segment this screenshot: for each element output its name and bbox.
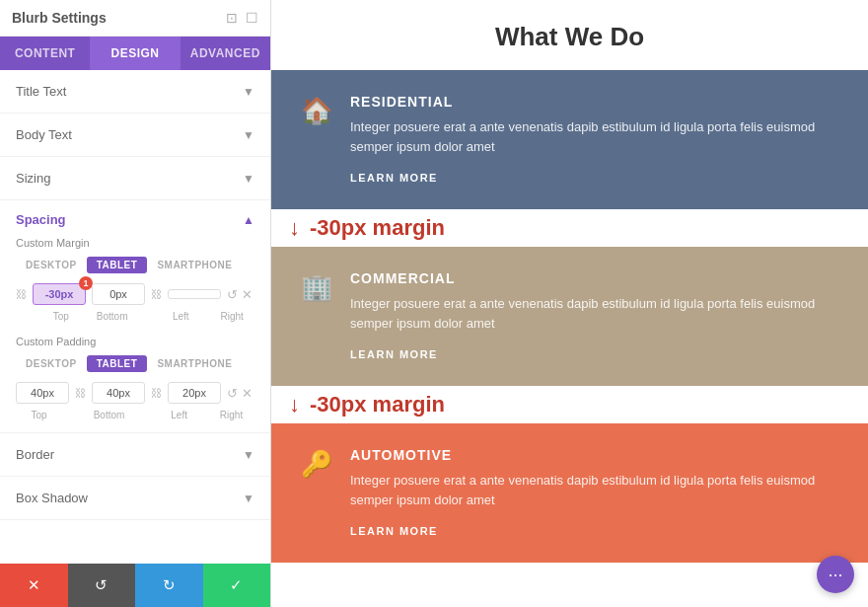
card-text-1: Integer posuere erat a ante venenatis da… [350, 117, 838, 156]
card-title-3: AUTOMOTIVE [350, 447, 838, 463]
margin-tablet-tab[interactable]: TABLET [87, 257, 148, 273]
margin-left-label: Left [158, 311, 203, 322]
padding-right-label: Right [208, 410, 254, 420]
link-icon-1[interactable]: ⛓ [16, 288, 27, 300]
margin-smartphone-tab[interactable]: SMARTPHONE [147, 257, 242, 273]
right-panel: What We Do 🏠 RESIDENTIAL Integer posuere… [271, 0, 868, 607]
margin-desktop-tab[interactable]: DESKTOP [16, 257, 87, 273]
card-title-2: COMMERCIAL [350, 270, 838, 286]
margin-annotation-2: ↓ -30px margin [271, 386, 868, 423]
tab-advanced[interactable]: Advanced [181, 37, 270, 70]
padding-top-label: Top [16, 410, 62, 420]
title-text-section[interactable]: Title Text ▼ [0, 70, 270, 114]
automotive-icon: 🔑 [301, 449, 332, 480]
panel-header: Blurb Settings ⊡ ☐ [0, 0, 270, 37]
card-title-1: RESIDENTIAL [350, 94, 838, 110]
chevron-border: ▼ [243, 448, 254, 462]
badge-1: 1 [79, 276, 93, 290]
border-section[interactable]: Border ▼ [0, 433, 270, 477]
page-title: What We Do [271, 0, 868, 70]
padding-inputs-row: 40px ⛓ 40px ⛓ 20px ↺ ✕ [16, 382, 254, 404]
panel-content: Title Text ▼ Body Text ▼ Sizing ▼ Spacin… [0, 70, 270, 607]
padding-reset-icon[interactable]: ↺ [227, 386, 238, 401]
card-link-1[interactable]: LEARN MORE [350, 172, 438, 184]
padding-device-tabs: DESKTOP TABLET SMARTPHONE [16, 355, 254, 372]
title-text-label: Title Text [16, 84, 66, 99]
padding-desktop-tab[interactable]: DESKTOP [16, 355, 87, 372]
card-link-3[interactable]: LEARN MORE [350, 525, 438, 537]
tab-content[interactable]: Content [0, 37, 90, 70]
custom-padding-label: Custom Padding [16, 336, 254, 347]
custom-padding-group: Custom Padding DESKTOP TABLET SMARTPHONE… [16, 336, 254, 420]
card-body-1: RESIDENTIAL Integer posuere erat a ante … [350, 94, 838, 186]
card-body-2: COMMERCIAL Integer posuere erat a ante v… [350, 270, 838, 362]
spacing-label: Spacing [16, 212, 66, 227]
custom-margin-label: Custom Margin [16, 237, 254, 249]
padding-action-icons: ↺ ✕ [227, 386, 253, 401]
tab-design[interactable]: Design [90, 37, 180, 70]
link-icon-3[interactable]: ⛓ [75, 387, 86, 399]
tabs: Content Design Advanced [0, 37, 270, 70]
box-shadow-section[interactable]: Box Shadow ▼ [0, 477, 270, 520]
reset-icon[interactable]: ↺ [227, 287, 238, 302]
cancel-button[interactable]: ✕ [0, 564, 68, 607]
chevron-up-icon: ▲ [243, 213, 254, 227]
arrow-down-icon-1: ↓ [289, 215, 300, 241]
margin-top-label: Top [38, 311, 84, 322]
sizing-label: Sizing [16, 171, 50, 186]
padding-left-input[interactable]: 20px [168, 382, 221, 404]
header-icons: ⊡ ☐ [226, 10, 258, 26]
card-body-3: AUTOMOTIVE Integer posuere erat a ante v… [350, 447, 838, 539]
card-residential: 🏠 RESIDENTIAL Integer posuere erat a ant… [271, 70, 868, 209]
save-button[interactable]: ✓ [203, 564, 271, 607]
cards-area: 🏠 RESIDENTIAL Integer posuere erat a ant… [271, 70, 868, 563]
panel-title: Blurb Settings [12, 10, 107, 26]
chevron-icon-3: ▼ [243, 172, 254, 186]
undo-button[interactable]: ↺ [68, 564, 136, 607]
padding-clear-icon[interactable]: ✕ [242, 386, 253, 401]
padding-bottom-input[interactable]: 40px [92, 382, 145, 404]
margin-bottom-label: Bottom [90, 311, 135, 322]
chevron-icon: ▼ [243, 85, 254, 99]
padding-tablet-tab[interactable]: TABLET [87, 355, 148, 372]
margin-left-input[interactable] [168, 289, 221, 299]
link-icon-4[interactable]: ⛓ [151, 387, 162, 399]
margin-label-1: -30px margin [310, 215, 445, 241]
link-icon-2[interactable]: ⛓ [151, 288, 162, 300]
card-text-2: Integer posuere erat a ante venenatis da… [350, 294, 838, 333]
card-text-3: Integer posuere erat a ante venenatis da… [350, 471, 838, 509]
margin-device-tabs: DESKTOP TABLET SMARTPHONE [16, 257, 254, 273]
sizing-section[interactable]: Sizing ▼ [0, 157, 270, 200]
margin-top-input[interactable]: -30px [33, 283, 86, 305]
padding-input-labels: Top Bottom Left Right [16, 410, 254, 420]
body-text-label: Body Text [16, 127, 72, 142]
padding-bottom-label: Bottom [86, 410, 132, 420]
redo-button[interactable]: ↻ [135, 564, 203, 607]
card-commercial: 🏢 COMMERCIAL Integer posuere erat a ante… [271, 247, 868, 386]
padding-top-input[interactable]: 40px [16, 382, 69, 404]
clear-icon[interactable]: ✕ [242, 287, 253, 302]
border-label: Border [16, 447, 54, 462]
panel-footer: ✕ ↺ ↻ ✓ [0, 564, 270, 607]
card-link-2[interactable]: LEARN MORE [350, 348, 438, 360]
margin-right-label: Right [209, 311, 254, 322]
fullscreen-icon[interactable]: ⊡ [226, 10, 238, 26]
margin-bottom-input[interactable]: 0px [92, 283, 145, 305]
padding-smartphone-tab[interactable]: SMARTPHONE [147, 355, 242, 372]
commercial-icon: 🏢 [301, 272, 332, 303]
chevron-shadow: ▼ [243, 492, 254, 505]
margin-annotation-1: ↓ -30px margin [271, 209, 868, 247]
left-panel: Blurb Settings ⊡ ☐ Content Design Advanc… [0, 0, 271, 607]
fab-button[interactable]: ··· [817, 556, 854, 593]
margin-action-icons: ↺ ✕ [227, 287, 253, 302]
close-icon[interactable]: ☐ [246, 10, 258, 26]
arrow-down-icon-2: ↓ [289, 392, 300, 417]
custom-margin-group: Custom Margin DESKTOP TABLET SMARTPHONE … [16, 237, 254, 322]
body-text-section[interactable]: Body Text ▼ [0, 114, 270, 157]
spacing-header[interactable]: Spacing ▲ [16, 212, 254, 227]
card-automotive: 🔑 AUTOMOTIVE Integer posuere erat a ante… [271, 423, 868, 563]
padding-left-label: Left [156, 410, 202, 420]
margin-inputs-row: ⛓ -30px 1 0px ⛓ ↺ ✕ [16, 283, 254, 305]
spacing-section: Spacing ▲ Custom Margin DESKTOP TABLET S… [0, 200, 270, 433]
margin-label-2: -30px margin [310, 392, 445, 417]
